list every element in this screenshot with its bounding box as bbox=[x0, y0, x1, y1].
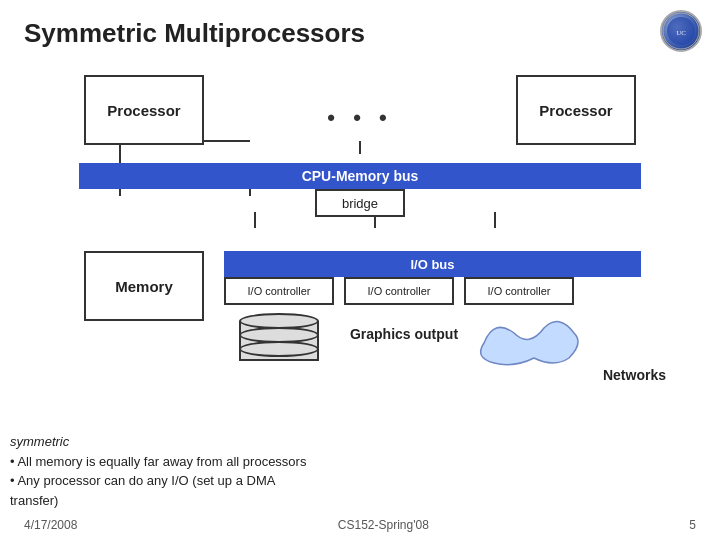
processor-2-box: Processor bbox=[516, 75, 636, 145]
bullet-2: • Any processor can do any I/O (set up a… bbox=[10, 471, 310, 510]
footer-date: 4/17/2008 bbox=[24, 518, 77, 532]
io-controller-2: I/O controller bbox=[344, 277, 454, 305]
dots-between-processors: • • • bbox=[254, 105, 466, 131]
io-bus-label: I/O bus bbox=[410, 257, 454, 272]
cpu-bus-label: CPU-Memory bus bbox=[302, 168, 419, 184]
slide: UC Symmetric Multiprocessors Processor bbox=[0, 0, 720, 540]
io-controller-1: I/O controller bbox=[224, 277, 334, 305]
processor-1-box: Processor bbox=[84, 75, 204, 145]
io-controller-3: I/O controller bbox=[464, 277, 574, 305]
graphics-output-label: Graphics output bbox=[344, 325, 464, 343]
diagram: Processor • • • Processor CPU-Memory bus… bbox=[24, 65, 696, 385]
footer-course: CS152-Spring'08 bbox=[338, 518, 429, 532]
bridge-label: bridge bbox=[342, 196, 378, 211]
processor-1-label: Processor bbox=[107, 102, 180, 119]
logo: UC bbox=[660, 10, 702, 52]
io-bus: I/O bus bbox=[224, 251, 641, 277]
svg-text:UC: UC bbox=[676, 29, 686, 37]
networks-label: Networks bbox=[603, 367, 666, 383]
networks-icon bbox=[474, 313, 584, 373]
disk-stack bbox=[234, 313, 324, 373]
cpu-memory-bus: CPU-Memory bus bbox=[79, 163, 641, 189]
bullet-area: symmetric • All memory is equally far aw… bbox=[10, 432, 310, 510]
bullet-1: • All memory is equally far away from al… bbox=[10, 452, 310, 472]
bridge-box: bridge bbox=[315, 189, 405, 217]
footer: 4/17/2008 CS152-Spring'08 5 bbox=[24, 518, 696, 532]
symmetric-italic-label: symmetric bbox=[10, 432, 310, 452]
page-title: Symmetric Multiprocessors bbox=[24, 18, 696, 49]
networks-area bbox=[474, 313, 584, 373]
memory-label: Memory bbox=[115, 278, 173, 295]
footer-page-number: 5 bbox=[689, 518, 696, 532]
processor-2-label: Processor bbox=[539, 102, 612, 119]
memory-box: Memory bbox=[84, 251, 204, 321]
